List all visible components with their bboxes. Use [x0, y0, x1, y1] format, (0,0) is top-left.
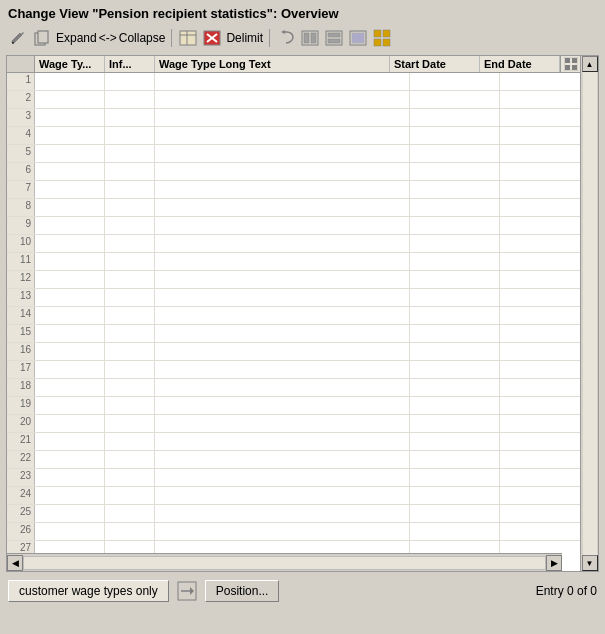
- infotype-cell[interactable]: [105, 109, 155, 126]
- end-date-cell[interactable]: [500, 451, 580, 468]
- delimit-button[interactable]: Delimit: [226, 31, 263, 45]
- table-row[interactable]: 7: [7, 181, 580, 199]
- wage-type-cell[interactable]: [35, 91, 105, 108]
- end-date-cell[interactable]: [500, 199, 580, 216]
- wage-long-text-cell[interactable]: [155, 415, 410, 432]
- start-date-cell[interactable]: [410, 235, 500, 252]
- table-row[interactable]: 22: [7, 451, 580, 469]
- table-row[interactable]: 11: [7, 253, 580, 271]
- wage-long-text-cell[interactable]: [155, 397, 410, 414]
- end-date-cell[interactable]: [500, 181, 580, 198]
- start-date-cell[interactable]: [410, 289, 500, 306]
- wage-long-text-cell[interactable]: [155, 163, 410, 180]
- table-row[interactable]: 16: [7, 343, 580, 361]
- start-date-cell[interactable]: [410, 451, 500, 468]
- infotype-cell[interactable]: [105, 289, 155, 306]
- delete-icon[interactable]: [202, 28, 222, 48]
- wage-long-text-cell[interactable]: [155, 325, 410, 342]
- wage-type-cell[interactable]: [35, 397, 105, 414]
- table-icon[interactable]: [178, 28, 198, 48]
- wage-type-cell[interactable]: [35, 505, 105, 522]
- start-date-cell[interactable]: [410, 253, 500, 270]
- pencil-icon[interactable]: [8, 28, 28, 48]
- table-row[interactable]: 21: [7, 433, 580, 451]
- wage-long-text-cell[interactable]: [155, 379, 410, 396]
- table-row[interactable]: 6: [7, 163, 580, 181]
- wage-long-text-cell[interactable]: [155, 253, 410, 270]
- th-wage-type[interactable]: Wage Ty...: [35, 56, 105, 72]
- infotype-cell[interactable]: [105, 433, 155, 450]
- start-date-cell[interactable]: [410, 145, 500, 162]
- end-date-cell[interactable]: [500, 487, 580, 504]
- table-row[interactable]: 3: [7, 109, 580, 127]
- wage-long-text-cell[interactable]: [155, 127, 410, 144]
- infotype-cell[interactable]: [105, 397, 155, 414]
- infotype-cell[interactable]: [105, 235, 155, 252]
- end-date-cell[interactable]: [500, 145, 580, 162]
- wage-type-cell[interactable]: [35, 235, 105, 252]
- infotype-cell[interactable]: [105, 415, 155, 432]
- end-date-cell[interactable]: [500, 325, 580, 342]
- table-row[interactable]: 4: [7, 127, 580, 145]
- start-date-cell[interactable]: [410, 487, 500, 504]
- th-wage-long-text[interactable]: Wage Type Long Text: [155, 56, 390, 72]
- table-row[interactable]: 20: [7, 415, 580, 433]
- wage-long-text-cell[interactable]: [155, 487, 410, 504]
- th-settings-icon[interactable]: [560, 56, 580, 72]
- end-date-cell[interactable]: [500, 271, 580, 288]
- start-date-cell[interactable]: [410, 541, 500, 553]
- table-row[interactable]: 1: [7, 73, 580, 91]
- start-date-cell[interactable]: [410, 397, 500, 414]
- end-date-cell[interactable]: [500, 253, 580, 270]
- infotype-cell[interactable]: [105, 253, 155, 270]
- end-date-cell[interactable]: [500, 361, 580, 378]
- wage-type-cell[interactable]: [35, 73, 105, 90]
- infotype-cell[interactable]: [105, 379, 155, 396]
- wage-type-cell[interactable]: [35, 415, 105, 432]
- table-row[interactable]: 27: [7, 541, 580, 553]
- end-date-cell[interactable]: [500, 379, 580, 396]
- infotype-cell[interactable]: [105, 343, 155, 360]
- start-date-cell[interactable]: [410, 109, 500, 126]
- wage-long-text-cell[interactable]: [155, 217, 410, 234]
- wage-long-text-cell[interactable]: [155, 541, 410, 553]
- undo-icon[interactable]: [276, 28, 296, 48]
- wage-type-cell[interactable]: [35, 271, 105, 288]
- table-row[interactable]: 13: [7, 289, 580, 307]
- end-date-cell[interactable]: [500, 541, 580, 553]
- table-row[interactable]: 14: [7, 307, 580, 325]
- table-row[interactable]: 25: [7, 505, 580, 523]
- table-row[interactable]: 18: [7, 379, 580, 397]
- infotype-cell[interactable]: [105, 73, 155, 90]
- transport2-icon[interactable]: [324, 28, 344, 48]
- wage-type-cell[interactable]: [35, 325, 105, 342]
- end-date-cell[interactable]: [500, 127, 580, 144]
- infotype-cell[interactable]: [105, 325, 155, 342]
- wage-long-text-cell[interactable]: [155, 451, 410, 468]
- wage-type-cell[interactable]: [35, 145, 105, 162]
- start-date-cell[interactable]: [410, 379, 500, 396]
- wage-type-cell[interactable]: [35, 307, 105, 324]
- wage-type-cell[interactable]: [35, 163, 105, 180]
- infotype-cell[interactable]: [105, 307, 155, 324]
- wage-long-text-cell[interactable]: [155, 523, 410, 540]
- infotype-cell[interactable]: [105, 199, 155, 216]
- table-row[interactable]: 5: [7, 145, 580, 163]
- wage-long-text-cell[interactable]: [155, 271, 410, 288]
- end-date-cell[interactable]: [500, 289, 580, 306]
- start-date-cell[interactable]: [410, 343, 500, 360]
- start-date-cell[interactable]: [410, 325, 500, 342]
- wage-long-text-cell[interactable]: [155, 235, 410, 252]
- infotype-cell[interactable]: [105, 487, 155, 504]
- end-date-cell[interactable]: [500, 91, 580, 108]
- vscroll-down-btn[interactable]: ▼: [582, 555, 598, 571]
- wage-long-text-cell[interactable]: [155, 91, 410, 108]
- table-row[interactable]: 26: [7, 523, 580, 541]
- infotype-cell[interactable]: [105, 181, 155, 198]
- wage-type-cell[interactable]: [35, 361, 105, 378]
- start-date-cell[interactable]: [410, 217, 500, 234]
- wage-long-text-cell[interactable]: [155, 109, 410, 126]
- transport3-icon[interactable]: [348, 28, 368, 48]
- end-date-cell[interactable]: [500, 163, 580, 180]
- end-date-cell[interactable]: [500, 523, 580, 540]
